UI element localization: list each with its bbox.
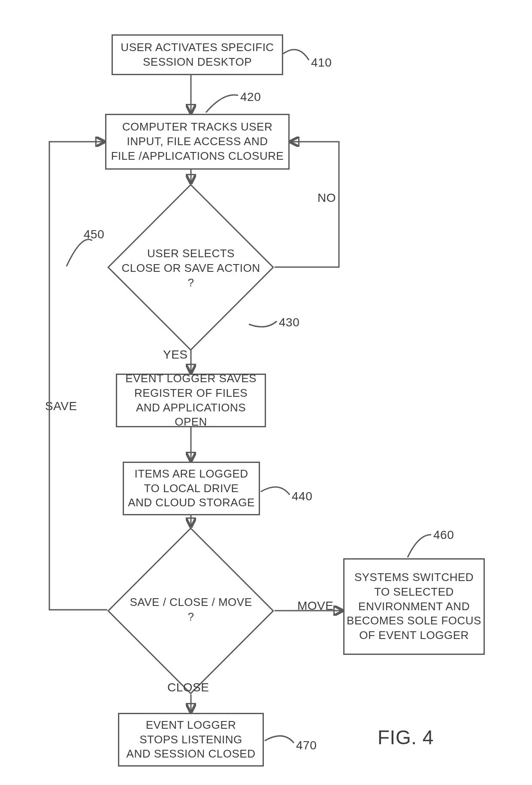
- edge-label-move: MOVE: [297, 599, 333, 613]
- edge-label-yes: YES: [163, 348, 188, 362]
- node-410: USER ACTIVATES SPECIFIC SESSION DESKTOP: [112, 34, 283, 75]
- node-440: ITEMS ARE LOGGED TO LOCAL DRIVE AND CLOU…: [123, 462, 260, 515]
- decision-save-close-move-text: SAVE / CLOSE / MOVE ?: [112, 588, 270, 631]
- ref-460: 460: [433, 528, 454, 542]
- ref-430: 430: [279, 316, 299, 329]
- edge-label-close: CLOSE: [167, 681, 209, 694]
- ref-440: 440: [292, 490, 312, 503]
- node-470: EVENT LOGGER STOPS LISTENING AND SESSION…: [118, 713, 264, 767]
- node-470-text: EVENT LOGGER STOPS LISTENING AND SESSION…: [127, 718, 256, 761]
- ref-420: 420: [240, 90, 261, 104]
- ref-410: 410: [311, 56, 332, 70]
- node-420: COMPUTER TRACKS USER INPUT, FILE ACCESS …: [105, 114, 290, 170]
- edge-label-no: NO: [317, 191, 336, 205]
- node-410-text: USER ACTIVATES SPECIFIC SESSION DESKTOP: [121, 40, 274, 70]
- node-460: SYSTEMS SWITCHED TO SELECTED ENVIRONMENT…: [343, 558, 485, 655]
- edge-label-save: SAVE: [45, 399, 77, 413]
- flowchart-canvas: USER ACTIVATES SPECIFIC SESSION DESKTOP …: [0, 0, 532, 785]
- node-event-logger-saves-text: EVENT LOGGER SAVES REGISTER OF FILES AND…: [119, 371, 263, 429]
- node-440-text: ITEMS ARE LOGGED TO LOCAL DRIVE AND CLOU…: [128, 467, 255, 510]
- ref-470: 470: [296, 739, 317, 752]
- ref-450: 450: [84, 228, 104, 241]
- node-420-text: COMPUTER TRACKS USER INPUT, FILE ACCESS …: [111, 120, 284, 163]
- decision-430-text: USER SELECTS CLOSE OR SAVE ACTION ?: [107, 232, 275, 305]
- figure-label: FIG. 4: [378, 726, 434, 749]
- node-event-logger-saves: EVENT LOGGER SAVES REGISTER OF FILES AND…: [116, 374, 266, 427]
- node-460-text: SYSTEMS SWITCHED TO SELECTED ENVIRONMENT…: [347, 570, 481, 643]
